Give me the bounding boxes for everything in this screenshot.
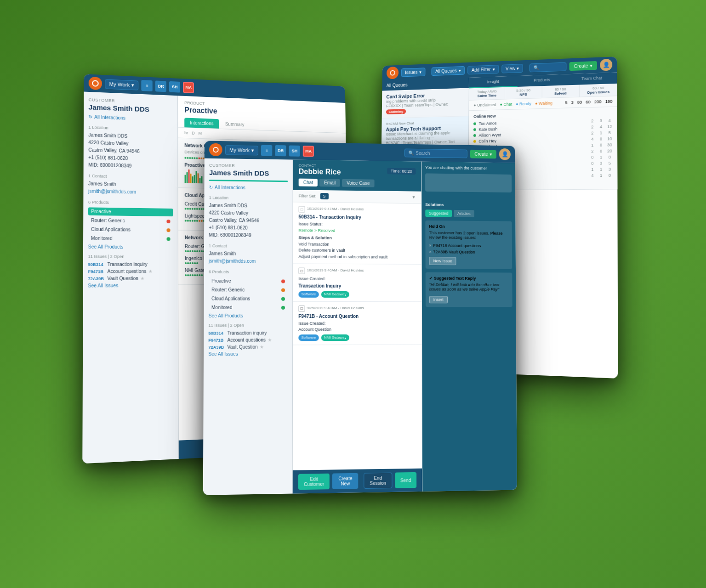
screen3-product-monitored[interactable]: Monitored bbox=[209, 304, 288, 311]
screen3-all-interactions[interactable]: ↻ All Interactions bbox=[209, 185, 288, 191]
issue-item-72a39b: 72A39B Vault Question ★ bbox=[88, 276, 173, 281]
interactions-list: □ 10/1/2019 9:47AM - David Hoskins 50B31… bbox=[293, 202, 422, 470]
product-item-cloud[interactable]: Cloud Applications bbox=[88, 225, 173, 234]
product-item-router[interactable]: Router: Generic bbox=[88, 216, 173, 225]
interaction-50b314[interactable]: □ 10/1/2019 9:47AM - David Hoskins 50B31… bbox=[293, 202, 421, 265]
screen3-create-btn[interactable]: Create ▾ bbox=[470, 149, 496, 158]
screen3-issue-72a39b: 72A39B Vault Question ★ bbox=[208, 344, 288, 350]
grid-icon-btn[interactable]: ≡ bbox=[142, 80, 153, 91]
issue-item-f9471b: F9471B Account questions ★ bbox=[88, 269, 173, 274]
product-item-monitored[interactable]: Monitored bbox=[88, 234, 173, 243]
products-label: 6 Products bbox=[88, 200, 173, 206]
screen3-product-cloud[interactable]: Cloud Applications bbox=[209, 294, 288, 302]
screen3-search[interactable]: 🔍Search bbox=[404, 148, 467, 158]
expand-icon[interactable]: □ bbox=[299, 206, 305, 212]
screen3-main: Customer James Smith DDS ↻ All Interacti… bbox=[203, 158, 517, 495]
solutions-section: Solutions Suggested Articles Hold On Thi… bbox=[421, 198, 517, 491]
contact-label: 1 Contact bbox=[88, 174, 173, 180]
filter-s-btn[interactable]: S bbox=[320, 193, 328, 199]
send-btn[interactable]: Send bbox=[395, 472, 416, 488]
user-avatar: 👤 bbox=[600, 59, 612, 71]
screen3-left-panel: Customer James Smith DDS ↻ All Interacti… bbox=[203, 158, 293, 495]
product-item-proactive[interactable]: Proactive bbox=[88, 207, 173, 216]
address-block: James Smith DDS 4220 Castro Valley Castr… bbox=[88, 131, 173, 171]
see-all-issues-link[interactable]: See All Issues bbox=[88, 283, 173, 288]
interaction-f9471b-1[interactable]: □ 10/1/2019 9:40AM - David Hoskins Issue… bbox=[293, 264, 421, 301]
suggested-reply-box: ✓ Suggested Text Reply "Hi Debbie, I wil… bbox=[426, 272, 512, 307]
expand-icon-3[interactable]: □ bbox=[298, 305, 305, 311]
create-new-btn[interactable]: Create New bbox=[332, 473, 358, 489]
screen3-grid-btn[interactable]: ≡ bbox=[261, 145, 272, 156]
time-badge: Time: 00:20 bbox=[387, 168, 416, 175]
tab-interactions[interactable]: Interactions bbox=[184, 118, 219, 128]
expand-icon-2[interactable]: □ bbox=[298, 268, 305, 274]
new-issue-btn[interactable]: New Issue bbox=[429, 257, 456, 265]
screen3-avatar: 👤 bbox=[499, 148, 511, 160]
tab-summary[interactable]: Summary bbox=[220, 119, 250, 130]
queue-item-swipe[interactable]: Card Swipe Error ing problems with credi… bbox=[382, 88, 469, 118]
insert-btn[interactable]: Insert bbox=[429, 296, 448, 303]
screen3-issue-50b314: 50B314 Transaction inquiry bbox=[208, 330, 288, 335]
issue-ref-72a39b: × 72A39B Vault Question bbox=[429, 249, 508, 255]
screen-3: My Work ▾ ≡ DR SH MA 🔍Search Create ▾ 👤 bbox=[203, 141, 517, 495]
screen3-product-proactive[interactable]: Proactive bbox=[209, 277, 288, 285]
sol-tab-suggested[interactable]: Suggested bbox=[425, 209, 452, 217]
screen3-middle-panel: Contact Debbie Rice Time: 00:20 Chat Ema… bbox=[293, 160, 422, 494]
my-work-dropdown[interactable]: My Work ▾ bbox=[105, 79, 138, 90]
screen3-right-panel: You are chatting with the customer Solut… bbox=[421, 162, 517, 492]
screen3-sh-btn[interactable]: SH bbox=[289, 145, 300, 156]
screen3-product-router[interactable]: Router: Generic bbox=[209, 286, 288, 294]
edit-customer-btn[interactable]: Edit Customer bbox=[298, 474, 330, 490]
tab-team-chat[interactable]: Team Chat bbox=[567, 73, 617, 85]
ma-btn[interactable]: MA bbox=[183, 82, 194, 93]
hold-on-box: Hold On This customer has 2 open issues.… bbox=[425, 220, 512, 269]
contact-block: James Smith jsmith@jsmithdds.com bbox=[88, 180, 173, 197]
tab-email[interactable]: Email bbox=[319, 179, 340, 187]
issues-title[interactable]: Issues ▾ bbox=[401, 68, 426, 77]
screen3-logo bbox=[209, 143, 222, 157]
all-queues-dropdown[interactable]: All Queues ▾ bbox=[432, 66, 465, 75]
screen3-bottom-actions: Edit Customer Create New End Session Sen… bbox=[293, 469, 422, 494]
tab-voice-case[interactable]: Voice Case bbox=[342, 179, 374, 187]
issues-label: 11 Issues | 2 Open bbox=[88, 254, 173, 259]
tab-chat[interactable]: Chat bbox=[299, 179, 318, 187]
sh-btn[interactable]: SH bbox=[169, 81, 180, 93]
contact-header: Contact Debbie Rice Time: 00:20 Chat Ema… bbox=[293, 160, 421, 192]
screen3-issue-f9471b: F9471B Account questions ★ bbox=[208, 337, 288, 343]
screen3-see-all-products[interactable]: See All Products bbox=[209, 313, 288, 318]
svg-point-1 bbox=[213, 147, 218, 153]
name-underline bbox=[209, 180, 288, 182]
create-btn[interactable]: Create ▾ bbox=[569, 61, 597, 70]
screen3-contact: James Smith jsmith@jsmithdds.com bbox=[209, 250, 288, 265]
screen1-left-panel: Customer James Smith DDS ↻ All Interacti… bbox=[82, 92, 179, 464]
filter-bar: Filter Set: S ▼ bbox=[293, 190, 421, 204]
solutions-tabs: Suggested Articles bbox=[425, 209, 512, 218]
dr-btn[interactable]: DR bbox=[155, 80, 166, 92]
sol-tab-articles[interactable]: Articles bbox=[454, 210, 474, 217]
interaction-f9471b-2[interactable]: □ 9/25/2019 9:40AM - David Hoskins F9471… bbox=[293, 301, 421, 345]
svg-point-0 bbox=[390, 70, 395, 75]
tab-insight[interactable]: Insight bbox=[469, 76, 518, 88]
screen3-address: James Smith DDS 4220 Castro Valley Castr… bbox=[209, 202, 288, 239]
screen3-dr-btn[interactable]: DR bbox=[275, 145, 286, 156]
chat-message-area: You are chatting with the customer bbox=[421, 162, 515, 200]
view-btn[interactable]: View ▾ bbox=[501, 64, 523, 73]
issue-item-50b314: 50B314 Transaction inquiry bbox=[88, 262, 173, 267]
filter-btn[interactable]: Add Filter▾ bbox=[467, 65, 499, 74]
screen2-logo bbox=[387, 67, 399, 79]
screen3-ma-btn[interactable]: MA bbox=[303, 146, 314, 157]
contact-tabs: Chat Email Voice Case bbox=[299, 179, 416, 188]
all-interactions-link[interactable]: ↻ All Interactions bbox=[89, 114, 173, 123]
end-session-btn[interactable]: End Session bbox=[364, 473, 392, 489]
see-all-products-link[interactable]: See All Products bbox=[88, 244, 173, 250]
screen3-see-all-issues[interactable]: See All Issues bbox=[208, 351, 288, 357]
issue-ref-f9471b: × F94718 Account questions bbox=[429, 242, 508, 249]
search-box[interactable]: 🔍 bbox=[530, 62, 567, 72]
screen3-my-work[interactable]: My Work ▾ bbox=[225, 145, 258, 155]
location-label: 1 Location bbox=[88, 125, 173, 132]
tab-products[interactable]: Products bbox=[517, 74, 566, 87]
logo-icon bbox=[89, 77, 102, 90]
